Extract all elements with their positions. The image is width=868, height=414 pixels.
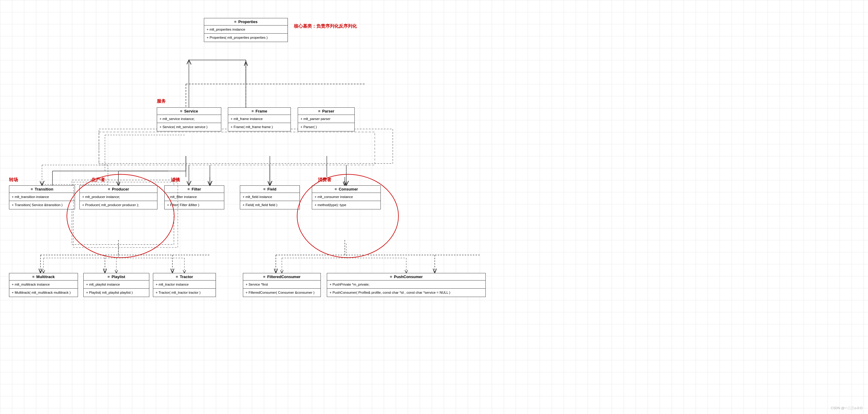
consumer-field1: + mlt_consumer instance <box>314 194 378 200</box>
parser-field1: + mlt_parser parser <box>301 116 352 121</box>
playlist-stereo: ≡ <box>107 274 110 279</box>
tractor-stereo: ≡ <box>176 274 178 279</box>
multitrack-stereo: ≡ <box>32 274 35 279</box>
filter-header: ≡ Filter <box>165 186 224 193</box>
transition-section1: + mlt_transition instance <box>9 193 75 201</box>
multitrack-section1: + mlt_multitrack instance <box>9 280 78 289</box>
parser-method1: + Parser( ) <box>301 124 352 129</box>
producer-label: 生产者 <box>91 177 105 183</box>
properties-section2: + Properties( mlt_properties properties … <box>204 34 287 41</box>
multitrack-header: ≡ Multitrack <box>9 273 78 280</box>
parser-section2: + Parser( ) <box>298 123 354 131</box>
push-consumer-section1: + PushPrivate *m_private; <box>327 280 486 289</box>
tractor-title: Tractor <box>180 274 193 279</box>
field-section1: + mlt_field instance <box>240 193 300 201</box>
transition-box: ≡ Transition + mlt_transition instance +… <box>9 185 75 209</box>
transition-stereo: ≡ <box>31 187 33 191</box>
field-header: ≡ Field <box>240 186 300 193</box>
properties-section1: + mlt_properties instance <box>204 26 287 34</box>
consumer-section1: + mlt_consumer instance <box>312 193 380 201</box>
playlist-title: Playlist <box>112 274 125 279</box>
producer-section1: + mlt_producer instance; <box>80 193 157 201</box>
tractor-header: ≡ Tractor <box>153 273 216 280</box>
filter-box: ≡ Filter + mlt_filter instance + Filter(… <box>164 185 224 209</box>
multitrack-section2: + Multitrack( mlt_multitrack multitrack … <box>9 289 78 296</box>
transition-method1: + Transition( Service &transition ) <box>12 202 72 208</box>
tractor-field1: + mlt_tractor instance <box>156 282 213 287</box>
properties-stereo: ≡ <box>234 20 237 24</box>
multitrack-box: ≡ Multitrack + mlt_multitrack instance +… <box>9 273 78 297</box>
playlist-box: ≡ Playlist + mlt_playlist instance + Pla… <box>83 273 149 297</box>
tractor-section1: + mlt_tractor instance <box>153 280 216 289</box>
parser-stereo: ≡ <box>318 109 320 113</box>
transition-field1: + mlt_transition instance <box>12 194 72 200</box>
producer-method1: + Producer( mlt_producer producer ); <box>82 202 155 208</box>
filter-field1: + mlt_filter instance <box>167 194 222 200</box>
consumer-label: 消费者 <box>318 177 331 183</box>
multitrack-method1: + Multitrack( mlt_multitrack multitrack … <box>12 290 75 295</box>
playlist-section2: + Playlist( mlt_playlist playlist ) <box>84 289 149 296</box>
service-method1: + Service( mlt_service service ) <box>159 124 219 129</box>
frame-title: Frame <box>255 109 267 113</box>
tractor-section2: + Tractor( mlt_tractor tractor ) <box>153 289 216 296</box>
multitrack-field1: + mlt_multitrack instance <box>12 282 75 287</box>
field-stereo: ≡ <box>263 187 266 191</box>
frame-method1: + Frame( mlt_frame frame ) <box>230 124 288 129</box>
services-label: 服务 <box>157 98 166 104</box>
filtered-consumer-method1: + FilteredConsumer( Consumer &consumer ) <box>246 290 318 295</box>
filtered-consumer-header: ≡ FilteredConsumer <box>243 273 320 280</box>
field-box: ≡ Field + mlt_field instance + Field( ml… <box>240 185 300 209</box>
playlist-field1: + mlt_playlist instance <box>86 282 147 287</box>
tractor-box: ≡ Tractor + mlt_tractor instance + Tract… <box>153 273 216 297</box>
filtered-consumer-stereo: ≡ <box>263 274 266 279</box>
playlist-method1: + Playlist( mlt_playlist playlist ) <box>86 290 147 295</box>
field-title: Field <box>268 187 276 191</box>
producer-title: Producer <box>112 187 129 191</box>
push-consumer-header: ≡ PushConsumer <box>327 273 486 280</box>
service-box: ≡ Service + mlt_service instance; + Serv… <box>157 108 221 131</box>
producer-section2: + Producer( mlt_producer producer ); <box>80 201 157 209</box>
core-label: 核心基类：负责序列化反序列化 <box>294 23 357 29</box>
filtered-consumer-section1: + Service *first <box>243 280 320 289</box>
filter-section1: + mlt_filter instance <box>165 193 224 201</box>
consumer-box: ≡ Consumer + mlt_consumer instance + met… <box>312 185 381 209</box>
frame-header: ≡ Frame <box>228 108 290 115</box>
consumer-header: ≡ Consumer <box>312 186 380 193</box>
frame-section2: + Frame( mlt_frame frame ) <box>228 123 290 131</box>
parser-box: ≡ Parser + mlt_parser parser + Parser( ) <box>298 108 355 131</box>
transition-header: ≡ Transition <box>9 186 75 193</box>
field-section2: + Field( mlt_field field ) <box>240 201 300 209</box>
consumer-stereo: ≡ <box>335 187 337 191</box>
push-consumer-title: PushConsumer <box>394 274 423 279</box>
properties-method1: + Properties( mlt_properties properties … <box>207 35 285 40</box>
playlist-section1: + mlt_playlist instance <box>84 280 149 289</box>
svg-rect-26 <box>99 129 393 164</box>
producer-header: ≡ Producer <box>80 186 157 193</box>
filtered-consumer-box: ≡ FilteredConsumer + Service *first + Fi… <box>243 273 321 297</box>
filtered-consumer-section2: + FilteredConsumer( Consumer &consumer ) <box>243 289 320 296</box>
push-consumer-stereo: ≡ <box>390 274 392 279</box>
properties-title: Properties <box>238 20 257 24</box>
push-consumer-box: ≡ PushConsumer + PushPrivate *m_private;… <box>327 273 486 297</box>
field-method1: + Field( mlt_field field ) <box>243 202 297 208</box>
push-consumer-method1: + PushConsumer( Profile& profile, const … <box>330 290 483 295</box>
parser-title: Parser <box>322 109 334 113</box>
field-field1: + mlt_field instance <box>243 194 297 200</box>
tractor-method1: + Tractor( mlt_tractor tractor ) <box>156 290 213 295</box>
watermark: CSDN @一二三o-0:O <box>831 406 863 410</box>
service-section1: + mlt_service instance; <box>157 115 221 123</box>
frame-field1: + mlt_frame instance <box>230 116 288 121</box>
transition-title: Transition <box>35 187 53 191</box>
consumer-title: Consumer <box>339 187 358 191</box>
transition-section2: + Transition( Service &transition ) <box>9 201 75 209</box>
push-consumer-field1: + PushPrivate *m_private; <box>330 282 483 287</box>
transition-label: 转场 <box>9 177 18 183</box>
properties-box: ≡ Properties + mlt_properties instance +… <box>204 18 288 42</box>
filter-method1: + Filter( Filter &filter ) <box>167 202 222 208</box>
properties-field1: + mlt_properties instance <box>207 27 285 32</box>
producer-box: ≡ Producer + mlt_producer instance; + Pr… <box>80 185 157 209</box>
filtered-consumer-title: FilteredConsumer <box>267 274 301 279</box>
parser-section1: + mlt_parser parser <box>298 115 354 123</box>
service-stereo: ≡ <box>180 109 183 113</box>
playlist-header: ≡ Playlist <box>84 273 149 280</box>
